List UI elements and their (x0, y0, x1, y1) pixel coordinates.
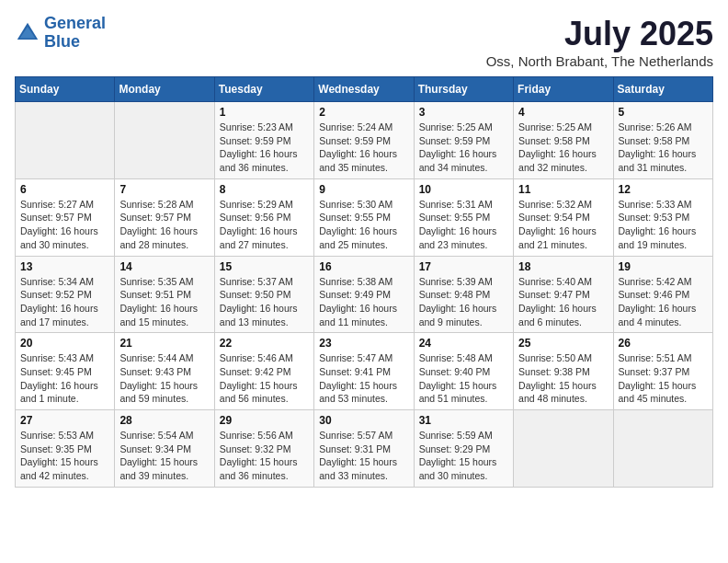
calendar-cell: 19Sunrise: 5:42 AM Sunset: 9:46 PM Dayli… (613, 256, 712, 333)
day-number: 23 (319, 337, 408, 350)
day-info: Sunrise: 5:57 AM Sunset: 9:31 PM Dayligh… (319, 429, 408, 483)
weekday-header: Thursday (414, 77, 513, 102)
calendar-cell: 20Sunrise: 5:43 AM Sunset: 9:45 PM Dayli… (16, 333, 115, 410)
calendar-cell: 15Sunrise: 5:37 AM Sunset: 9:50 PM Dayli… (214, 256, 313, 333)
calendar-cell: 24Sunrise: 5:48 AM Sunset: 9:40 PM Dayli… (414, 333, 513, 410)
day-number: 17 (419, 260, 508, 273)
weekday-header: Sunday (16, 77, 115, 102)
calendar-cell: 16Sunrise: 5:38 AM Sunset: 9:49 PM Dayli… (314, 256, 414, 333)
day-info: Sunrise: 5:40 AM Sunset: 9:47 PM Dayligh… (518, 275, 608, 329)
day-info: Sunrise: 5:39 AM Sunset: 9:48 PM Dayligh… (419, 275, 508, 329)
day-number: 1 (220, 106, 309, 119)
day-info: Sunrise: 5:28 AM Sunset: 9:57 PM Dayligh… (119, 198, 209, 252)
weekday-header: Tuesday (214, 77, 313, 102)
day-info: Sunrise: 5:27 AM Sunset: 9:57 PM Dayligh… (20, 198, 109, 252)
day-number: 26 (619, 337, 708, 350)
calendar-cell: 6Sunrise: 5:27 AM Sunset: 9:57 PM Daylig… (16, 178, 115, 256)
day-info: Sunrise: 5:23 AM Sunset: 9:59 PM Dayligh… (220, 121, 309, 175)
calendar-cell: 27Sunrise: 5:53 AM Sunset: 9:35 PM Dayli… (16, 410, 115, 488)
calendar-cell: 4Sunrise: 5:25 AM Sunset: 9:58 PM Daylig… (514, 102, 613, 179)
calendar-cell: 10Sunrise: 5:31 AM Sunset: 9:55 PM Dayli… (414, 178, 513, 256)
day-info: Sunrise: 5:50 AM Sunset: 9:38 PM Dayligh… (518, 351, 608, 406)
day-info: Sunrise: 5:37 AM Sunset: 9:50 PM Dayligh… (220, 275, 309, 329)
calendar-cell: 2Sunrise: 5:24 AM Sunset: 9:59 PM Daylig… (314, 102, 414, 179)
day-number: 11 (518, 183, 608, 196)
day-number: 14 (119, 260, 209, 273)
month-year: July 2025 (486, 15, 713, 53)
day-info: Sunrise: 5:26 AM Sunset: 9:58 PM Dayligh… (619, 121, 708, 175)
day-info: Sunrise: 5:32 AM Sunset: 9:54 PM Dayligh… (518, 198, 608, 252)
calendar-cell: 7Sunrise: 5:28 AM Sunset: 9:57 PM Daylig… (115, 178, 214, 256)
day-info: Sunrise: 5:34 AM Sunset: 9:52 PM Dayligh… (20, 275, 109, 329)
calendar-cell: 22Sunrise: 5:46 AM Sunset: 9:42 PM Dayli… (214, 333, 313, 410)
day-number: 6 (20, 183, 109, 196)
calendar-week-row: 20Sunrise: 5:43 AM Sunset: 9:45 PM Dayli… (16, 333, 713, 410)
day-info: Sunrise: 5:48 AM Sunset: 9:40 PM Dayligh… (419, 351, 508, 406)
calendar-cell (514, 410, 613, 488)
day-info: Sunrise: 5:31 AM Sunset: 9:55 PM Dayligh… (419, 198, 508, 252)
day-number: 5 (619, 106, 708, 119)
day-number: 27 (20, 414, 109, 427)
day-number: 19 (619, 260, 708, 273)
day-number: 24 (419, 337, 508, 350)
day-info: Sunrise: 5:46 AM Sunset: 9:42 PM Dayligh… (220, 351, 309, 406)
day-info: Sunrise: 5:35 AM Sunset: 9:51 PM Dayligh… (119, 275, 209, 329)
day-info: Sunrise: 5:43 AM Sunset: 9:45 PM Dayligh… (20, 351, 109, 406)
day-number: 13 (20, 260, 109, 273)
logo-line1: General (44, 14, 106, 32)
day-info: Sunrise: 5:42 AM Sunset: 9:46 PM Dayligh… (619, 275, 708, 329)
calendar-cell: 25Sunrise: 5:50 AM Sunset: 9:38 PM Dayli… (514, 333, 613, 410)
day-info: Sunrise: 5:25 AM Sunset: 9:58 PM Dayligh… (518, 121, 608, 175)
day-number: 20 (20, 337, 109, 350)
day-info: Sunrise: 5:25 AM Sunset: 9:59 PM Dayligh… (419, 121, 508, 175)
calendar-week-row: 13Sunrise: 5:34 AM Sunset: 9:52 PM Dayli… (16, 256, 713, 333)
calendar-cell: 13Sunrise: 5:34 AM Sunset: 9:52 PM Dayli… (16, 256, 115, 333)
weekday-header: Wednesday (314, 77, 414, 102)
logo: General Blue (15, 15, 106, 52)
day-number: 30 (319, 414, 408, 427)
day-info: Sunrise: 5:51 AM Sunset: 9:37 PM Dayligh… (619, 351, 708, 406)
day-number: 29 (220, 414, 309, 427)
page-header: General Blue July 2025 Oss, North Braban… (15, 15, 713, 69)
day-number: 4 (518, 106, 608, 119)
calendar-cell: 3Sunrise: 5:25 AM Sunset: 9:59 PM Daylig… (414, 102, 513, 179)
calendar-cell: 31Sunrise: 5:59 AM Sunset: 9:29 PM Dayli… (414, 410, 513, 488)
weekday-header: Saturday (613, 77, 712, 102)
day-number: 3 (419, 106, 508, 119)
day-number: 18 (518, 260, 608, 273)
day-number: 15 (220, 260, 309, 273)
day-info: Sunrise: 5:33 AM Sunset: 9:53 PM Dayligh… (619, 198, 708, 252)
day-number: 10 (419, 183, 508, 196)
calendar-cell: 11Sunrise: 5:32 AM Sunset: 9:54 PM Dayli… (514, 178, 613, 256)
day-info: Sunrise: 5:54 AM Sunset: 9:34 PM Dayligh… (119, 429, 209, 483)
calendar-week-row: 1Sunrise: 5:23 AM Sunset: 9:59 PM Daylig… (16, 102, 713, 179)
calendar-cell (115, 102, 214, 179)
calendar-cell: 26Sunrise: 5:51 AM Sunset: 9:37 PM Dayli… (613, 333, 712, 410)
day-info: Sunrise: 5:53 AM Sunset: 9:35 PM Dayligh… (20, 429, 109, 483)
calendar-cell: 28Sunrise: 5:54 AM Sunset: 9:34 PM Dayli… (115, 410, 214, 488)
calendar-week-row: 6Sunrise: 5:27 AM Sunset: 9:57 PM Daylig… (16, 178, 713, 256)
calendar-cell (16, 102, 115, 179)
weekday-header-row: SundayMondayTuesdayWednesdayThursdayFrid… (16, 77, 713, 102)
weekday-header: Friday (514, 77, 613, 102)
day-number: 12 (619, 183, 708, 196)
day-number: 16 (319, 260, 408, 273)
calendar-cell: 30Sunrise: 5:57 AM Sunset: 9:31 PM Dayli… (314, 410, 414, 488)
day-info: Sunrise: 5:24 AM Sunset: 9:59 PM Dayligh… (319, 121, 408, 175)
location: Oss, North Brabant, The Netherlands (486, 53, 713, 69)
day-number: 25 (518, 337, 608, 350)
day-info: Sunrise: 5:38 AM Sunset: 9:49 PM Dayligh… (319, 275, 408, 329)
calendar-cell: 14Sunrise: 5:35 AM Sunset: 9:51 PM Dayli… (115, 256, 214, 333)
day-number: 21 (119, 337, 209, 350)
logo-icon (15, 20, 40, 46)
calendar-cell: 23Sunrise: 5:47 AM Sunset: 9:41 PM Dayli… (314, 333, 414, 410)
day-number: 31 (419, 414, 508, 427)
day-number: 7 (119, 183, 209, 196)
day-info: Sunrise: 5:47 AM Sunset: 9:41 PM Dayligh… (319, 351, 408, 406)
calendar-week-row: 27Sunrise: 5:53 AM Sunset: 9:35 PM Dayli… (16, 410, 713, 488)
title-block: July 2025 Oss, North Brabant, The Nether… (486, 15, 713, 69)
calendar-cell: 1Sunrise: 5:23 AM Sunset: 9:59 PM Daylig… (214, 102, 313, 179)
day-info: Sunrise: 5:30 AM Sunset: 9:55 PM Dayligh… (319, 198, 408, 252)
day-info: Sunrise: 5:29 AM Sunset: 9:56 PM Dayligh… (220, 198, 309, 252)
day-number: 22 (220, 337, 309, 350)
